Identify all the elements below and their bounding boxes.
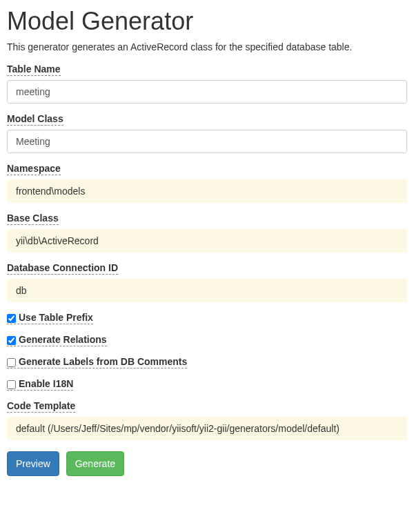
db-connection-label: Database Connection ID	[7, 262, 118, 275]
namespace-group: Namespace	[7, 163, 407, 203]
page-description: This generator generates an ActiveRecord…	[7, 41, 407, 52]
use-table-prefix-label[interactable]: Use Table Prefix	[7, 312, 93, 324]
namespace-input[interactable]	[7, 179, 407, 203]
model-class-label: Model Class	[7, 113, 63, 126]
generate-button[interactable]: Generate	[66, 451, 124, 476]
use-table-prefix-checkbox[interactable]	[7, 314, 16, 323]
table-name-group: Table Name	[7, 63, 407, 104]
generate-relations-text: Generate Relations	[19, 334, 107, 345]
preview-button[interactable]: Preview	[7, 451, 59, 476]
table-name-input[interactable]	[7, 80, 407, 104]
generate-labels-label[interactable]: Generate Labels from DB Comments	[7, 356, 187, 368]
enable-i18n-checkbox[interactable]	[7, 380, 16, 389]
table-name-label: Table Name	[7, 63, 61, 76]
base-class-label: Base Class	[7, 213, 59, 225]
model-class-group: Model Class	[7, 113, 407, 153]
code-template-label: Code Template	[7, 400, 75, 413]
namespace-label: Namespace	[7, 163, 61, 175]
enable-i18n-text: Enable I18N	[19, 378, 73, 389]
enable-i18n-group: Enable I18N	[7, 378, 407, 391]
enable-i18n-label[interactable]: Enable I18N	[7, 378, 73, 391]
code-template-group: Code Template	[7, 400, 407, 440]
use-table-prefix-text: Use Table Prefix	[19, 312, 93, 323]
use-table-prefix-group: Use Table Prefix	[7, 312, 407, 324]
generate-labels-group: Generate Labels from DB Comments	[7, 356, 407, 368]
generate-relations-label[interactable]: Generate Relations	[7, 334, 107, 346]
generate-labels-checkbox[interactable]	[7, 358, 16, 367]
generate-relations-group: Generate Relations	[7, 334, 407, 346]
generate-labels-text: Generate Labels from DB Comments	[19, 356, 187, 367]
base-class-group: Base Class	[7, 213, 407, 253]
code-template-input[interactable]	[7, 417, 407, 440]
form-actions: Preview Generate	[7, 451, 407, 476]
generate-relations-checkbox[interactable]	[7, 336, 16, 345]
db-connection-group: Database Connection ID	[7, 262, 407, 302]
model-class-input[interactable]	[7, 130, 407, 153]
page-title: Model Generator	[7, 7, 407, 36]
base-class-input[interactable]	[7, 229, 407, 253]
db-connection-input[interactable]	[7, 279, 407, 302]
